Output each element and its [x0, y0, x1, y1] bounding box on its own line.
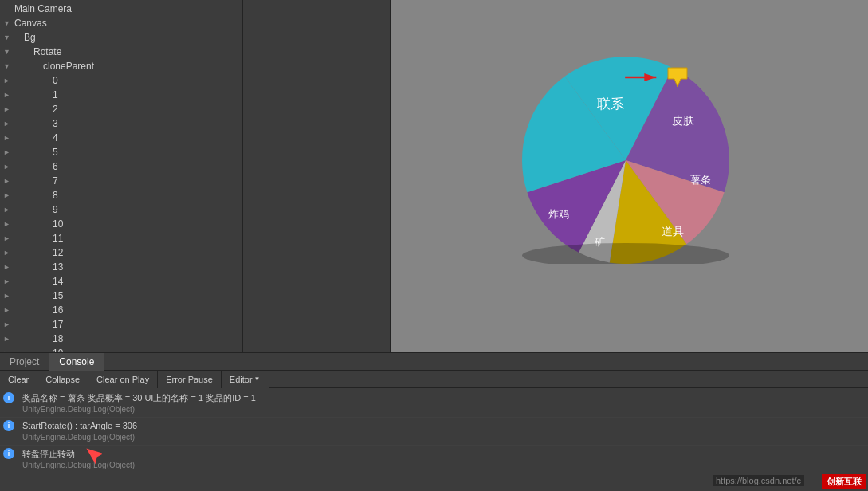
hierarchy-arrow-icon	[3, 234, 13, 243]
red-arrow-icon	[622, 70, 662, 84]
hierarchy-item-label: 12	[14, 247, 63, 258]
log-entry[interactable]: i转盘停止转动UnityEngine.Debug:Log(Object)	[0, 446, 868, 473]
hierarchy-arrow-icon	[3, 320, 13, 329]
hierarchy-item[interactable]: Rotate	[0, 45, 242, 59]
svg-text:薯条: 薯条	[689, 173, 710, 185]
clear-on-play-button[interactable]: Clear on Play	[88, 371, 158, 388]
hierarchy-arrow-icon	[3, 133, 13, 143]
hierarchy-item-label: 11	[14, 233, 63, 244]
hierarchy-item-label: 15	[14, 290, 63, 301]
hierarchy-item[interactable]: 12	[0, 246, 242, 260]
tabs-row: Project Console	[0, 353, 868, 371]
hierarchy-arrow-icon	[3, 176, 13, 186]
hierarchy-arrow-icon	[3, 162, 13, 171]
hierarchy-item-label: 5	[14, 147, 58, 158]
bottom-panel: Project Console Clear Collapse Clear on …	[0, 352, 868, 491]
hierarchy-item[interactable]: 15	[0, 289, 242, 303]
hierarchy-arrow-icon	[3, 119, 13, 128]
game-view: 联系 皮肤 薯条 道具 矿 炸鸡	[391, 0, 868, 352]
log-source: UnityEngine.Debug:Log(Object)	[22, 432, 862, 443]
hierarchy-arrow-icon	[3, 205, 13, 214]
hierarchy-item-label: 17	[14, 319, 63, 330]
hierarchy-item[interactable]: 18	[0, 332, 242, 346]
hierarchy-arrow-icon	[3, 4, 13, 14]
hierarchy-item-label: 0	[14, 75, 58, 86]
hierarchy-item[interactable]: cloneParent	[0, 59, 242, 73]
hierarchy-arrow-icon	[3, 104, 13, 114]
hierarchy-item[interactable]: 11	[0, 231, 242, 246]
hierarchy-arrow-icon	[3, 262, 13, 272]
hierarchy-item[interactable]: 4	[0, 131, 242, 145]
hierarchy-arrow-icon	[3, 305, 13, 315]
hierarchy-item[interactable]: 3	[0, 116, 242, 131]
hierarchy-item[interactable]: 10	[0, 217, 242, 231]
hierarchy-item[interactable]: 13	[0, 260, 242, 274]
hierarchy-arrow-icon	[3, 277, 13, 286]
hierarchy-panel: Main CameraCanvasBgRotatecloneParent0123…	[0, 0, 243, 352]
hierarchy-item[interactable]: 19	[0, 346, 242, 352]
hierarchy-item[interactable]: 1	[0, 88, 242, 102]
hierarchy-item-label: 7	[14, 175, 58, 187]
hierarchy-item[interactable]: 8	[0, 188, 242, 202]
csdn-logo: 创新互联	[822, 474, 866, 489]
hierarchy-arrow-icon	[3, 291, 13, 300]
svg-text:道具: 道具	[661, 224, 683, 237]
hierarchy-item-label: Rotate	[14, 46, 61, 57]
hierarchy-item[interactable]: Main Camera	[0, 2, 242, 16]
log-source: UnityEngine.Debug:Log(Object)	[22, 404, 862, 415]
hierarchy-item-label: 8	[14, 190, 58, 201]
hierarchy-item-label: 9	[14, 204, 58, 215]
hierarchy-arrow-icon	[3, 219, 13, 229]
hierarchy-item[interactable]: 16	[0, 303, 242, 317]
hierarchy-item-label: 16	[14, 304, 63, 316]
hierarchy-item[interactable]: 0	[0, 73, 242, 88]
yellow-down-arrow-icon	[665, 65, 690, 90]
hierarchy-item-label: Bg	[14, 32, 36, 43]
svg-text:联系: 联系	[596, 96, 623, 112]
hierarchy-item-label: 3	[14, 118, 58, 129]
svg-marker-2	[668, 68, 687, 87]
middle-panel	[243, 0, 391, 352]
console-content: i奖品名称 = 薯条 奖品概率 = 30 UI上的名称 = 1 奖品的ID = …	[0, 388, 868, 491]
svg-text:炸鸡: 炸鸡	[548, 207, 568, 219]
tab-console[interactable]: Console	[49, 353, 104, 371]
hierarchy-arrow-icon	[3, 90, 13, 100]
log-info-icon: i	[3, 392, 14, 403]
hierarchy-item[interactable]: Canvas	[0, 16, 242, 30]
clear-button[interactable]: Clear	[0, 371, 37, 388]
hierarchy-arrow-icon	[3, 47, 13, 57]
hierarchy-item-label: 4	[14, 132, 58, 143]
wheel-container: 联系 皮肤 薯条 道具 矿 炸鸡	[522, 57, 737, 296]
error-pause-button[interactable]: Error Pause	[158, 371, 222, 388]
console-toolbar: Clear Collapse Clear on Play Error Pause…	[0, 371, 868, 388]
log-source: UnityEngine.Debug:Log(Object)	[22, 460, 862, 471]
log-text: 奖品名称 = 薯条 奖品概率 = 30 UI上的名称 = 1 奖品的ID = 1	[22, 391, 862, 404]
hierarchy-item[interactable]: 2	[0, 102, 242, 116]
hierarchy-arrow-icon	[3, 76, 13, 85]
hierarchy-item-label: 2	[14, 104, 58, 115]
hierarchy-item-label: 13	[14, 261, 63, 273]
tab-project[interactable]: Project	[0, 353, 49, 371]
log-entry[interactable]: i奖品名称 = 薯条 奖品概率 = 30 UI上的名称 = 1 奖品的ID = …	[0, 390, 868, 418]
main-area: Main CameraCanvasBgRotatecloneParent0123…	[0, 0, 868, 352]
hierarchy-item[interactable]: 14	[0, 274, 242, 289]
log-entry[interactable]: iStartRotate() : tarAngle = 306UnityEngi…	[0, 418, 868, 446]
hierarchy-item[interactable]: Bg	[0, 30, 242, 45]
hierarchy-arrow-icon	[3, 33, 13, 42]
hierarchy-item[interactable]: 5	[0, 145, 242, 159]
log-text: 转盘停止转动	[22, 447, 862, 460]
hierarchy-item[interactable]: 6	[0, 159, 242, 174]
hierarchy-item[interactable]: 9	[0, 202, 242, 217]
hierarchy-item[interactable]: 7	[0, 174, 242, 188]
hierarchy-arrow-icon	[3, 61, 13, 71]
hierarchy-arrow-icon	[3, 248, 13, 257]
editor-dropdown-button[interactable]: Editor	[222, 371, 269, 388]
hierarchy-item[interactable]: 17	[0, 317, 242, 332]
log-text: StartRotate() : tarAngle = 306	[22, 419, 862, 432]
hierarchy-item-label: 1	[14, 89, 58, 100]
hierarchy-item-label: 18	[14, 333, 63, 344]
hierarchy-arrow-icon	[3, 334, 13, 344]
collapse-button[interactable]: Collapse	[37, 371, 88, 388]
hierarchy-item-label: 14	[14, 276, 63, 287]
hierarchy-item-label: 6	[14, 161, 58, 172]
